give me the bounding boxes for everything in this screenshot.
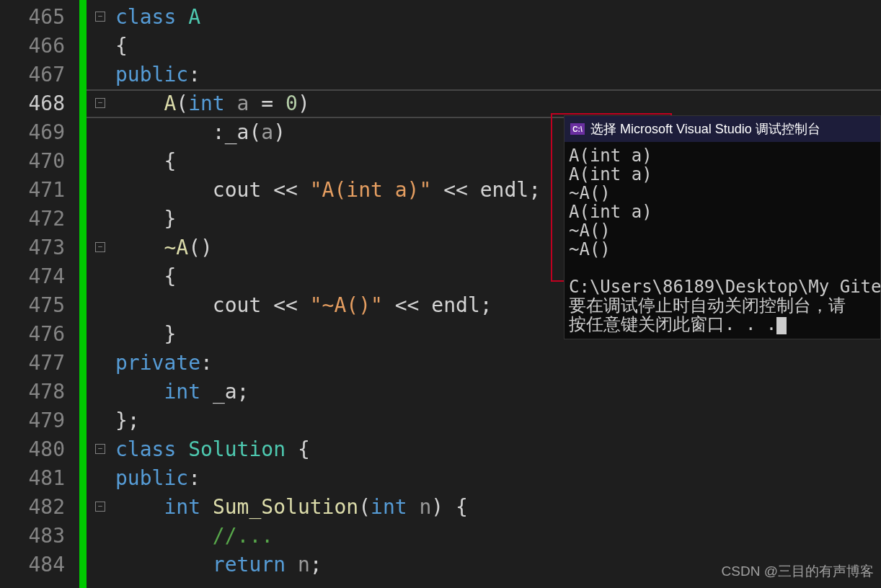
line-number: 469 <box>0 118 65 147</box>
line-number: 479 <box>0 406 65 435</box>
line-number: 481 <box>0 464 65 493</box>
line-number: 475 <box>0 291 65 320</box>
code-line[interactable]: A(int a = 0) <box>87 89 881 118</box>
debug-console-window[interactable]: C:\ 选择 Microsoft Visual Studio 调试控制台 A(i… <box>564 115 881 339</box>
console-titlebar[interactable]: C:\ 选择 Microsoft Visual Studio 调试控制台 <box>565 116 880 142</box>
line-number: 482 <box>0 493 65 522</box>
line-number: 466 <box>0 32 65 61</box>
code-line[interactable]: int Sum_Solution(int n) { <box>87 493 881 522</box>
console-app-icon: C:\ <box>570 123 585 135</box>
console-title: 选择 Microsoft Visual Studio 调试控制台 <box>590 120 820 138</box>
line-number: 465 <box>0 3 65 32</box>
line-number: 468 <box>0 89 65 118</box>
line-number: 484 <box>0 551 65 579</box>
code-line[interactable]: class Solution { <box>87 435 881 464</box>
line-number: 477 <box>0 349 65 378</box>
code-line[interactable]: //... <box>87 522 881 551</box>
line-number: 480 <box>0 435 65 464</box>
console-output[interactable]: A(int a) A(int a) ~A() A(int a) ~A() ~A(… <box>565 142 880 339</box>
line-number: 476 <box>0 320 65 349</box>
code-line[interactable]: public: <box>87 61 881 89</box>
code-line[interactable]: }; <box>87 406 881 435</box>
code-line[interactable]: { <box>87 32 881 61</box>
watermark-text: CSDN @三目的有声博客 <box>722 562 874 581</box>
line-number: 470 <box>0 147 65 176</box>
line-number: 473 <box>0 233 65 262</box>
line-number: 467 <box>0 61 65 89</box>
code-line[interactable]: private: <box>87 349 881 378</box>
code-line[interactable]: class A <box>87 3 881 32</box>
change-indicator-bar <box>79 0 87 588</box>
line-number: 474 <box>0 262 65 291</box>
line-number: 483 <box>0 522 65 551</box>
code-line[interactable]: int _a; <box>87 378 881 406</box>
line-number-gutter: 4654664674684694704714724734744754764774… <box>0 0 79 588</box>
code-line[interactable]: public: <box>87 464 881 493</box>
console-cursor <box>776 317 787 334</box>
line-number: 471 <box>0 176 65 205</box>
line-number: 472 <box>0 205 65 233</box>
line-number: 478 <box>0 378 65 406</box>
